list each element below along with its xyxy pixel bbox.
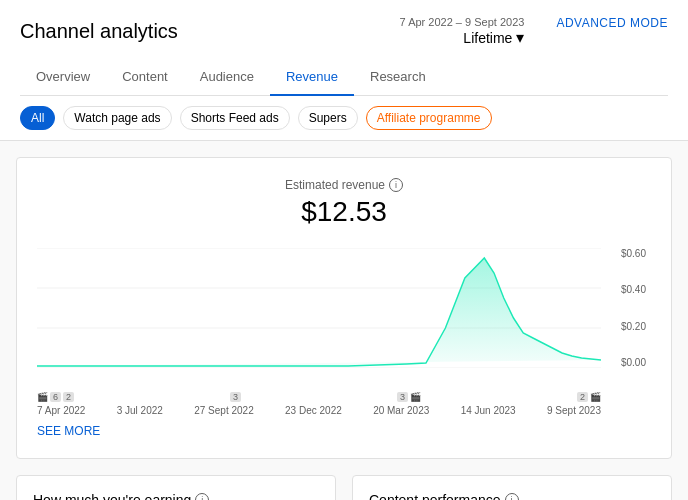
advanced-mode-button[interactable]: ADVANCED MODE <box>556 16 668 30</box>
filter-supers[interactable]: Supers <box>298 106 358 130</box>
filter-watch-page-ads[interactable]: Watch page ads <box>63 106 171 130</box>
icon-6: 🎬 <box>410 392 421 402</box>
content-perf-title: Content performance i <box>369 492 655 500</box>
date-range-label: 7 Apr 2022 – 9 Sept 2023 <box>400 16 525 28</box>
filter-affiliate-programme[interactable]: Affiliate programme <box>366 106 492 130</box>
page-title: Channel analytics <box>20 20 178 43</box>
icons-group-3: 3 🎬 <box>397 392 421 402</box>
chart-container: $0.60 $0.40 $0.20 $0.00 🎬 6 2 3 3 <box>37 248 651 416</box>
date-chevron-icon: ▾ <box>516 28 524 47</box>
bottom-grid: How much you're earning i Estimated · La… <box>16 475 672 500</box>
earnings-info-icon[interactable]: i <box>195 493 209 500</box>
icon-4: 3 <box>230 392 241 402</box>
revenue-info-icon[interactable]: i <box>389 178 403 192</box>
earnings-card: How much you're earning i Estimated · La… <box>16 475 336 500</box>
tab-overview[interactable]: Overview <box>20 59 106 96</box>
icons-group-4: 2 🎬 <box>577 392 601 402</box>
icon-1: 🎬 <box>37 392 48 402</box>
page-header: Channel analytics 7 Apr 2022 – 9 Sept 20… <box>0 0 688 96</box>
chart-icons-row: 🎬 6 2 3 3 🎬 2 🎬 <box>37 392 601 402</box>
y-axis-labels: $0.60 $0.40 $0.20 $0.00 <box>621 248 646 368</box>
icon-3: 2 <box>63 392 74 402</box>
icon-7: 2 <box>577 392 588 402</box>
icons-group-1: 🎬 6 2 <box>37 392 74 402</box>
right-column: Content performance i Lifetime Videos Sh… <box>352 475 672 500</box>
sub-filters-bar: All Watch page ads Shorts Feed ads Super… <box>0 96 688 141</box>
icon-5: 3 <box>397 392 408 402</box>
nav-tabs: Overview Content Audience Revenue Resear… <box>20 59 668 96</box>
chart-svg-area: $0.60 $0.40 $0.20 $0.00 <box>37 248 601 368</box>
chart-see-more[interactable]: SEE MORE <box>37 416 100 438</box>
tab-research[interactable]: Research <box>354 59 442 96</box>
chart-amount: $12.53 <box>37 196 651 228</box>
revenue-chart-card: Estimated revenue i $12.53 <box>16 157 672 459</box>
filter-all[interactable]: All <box>20 106 55 130</box>
tab-audience[interactable]: Audience <box>184 59 270 96</box>
filter-shorts-feed-ads[interactable]: Shorts Feed ads <box>180 106 290 130</box>
tab-revenue[interactable]: Revenue <box>270 59 354 96</box>
icon-2: 6 <box>50 392 61 402</box>
date-range-selector[interactable]: 7 Apr 2022 – 9 Sept 2023 Lifetime ▾ <box>400 16 525 47</box>
content-perf-info-icon[interactable]: i <box>505 493 519 500</box>
revenue-chart-svg <box>37 248 601 368</box>
chart-title: Estimated revenue i <box>37 178 651 192</box>
date-range-value: Lifetime ▾ <box>463 28 524 47</box>
content-performance-card: Content performance i Lifetime Videos Sh… <box>352 475 672 500</box>
header-top: Channel analytics 7 Apr 2022 – 9 Sept 20… <box>20 16 668 47</box>
tab-content[interactable]: Content <box>106 59 184 96</box>
main-content: Estimated revenue i $12.53 <box>0 141 688 500</box>
icon-8: 🎬 <box>590 392 601 402</box>
earnings-title: How much you're earning i <box>33 492 319 500</box>
x-axis-dates: 7 Apr 2022 3 Jul 2022 27 Sept 2022 23 De… <box>37 405 601 416</box>
icons-group-2: 3 <box>230 392 241 402</box>
